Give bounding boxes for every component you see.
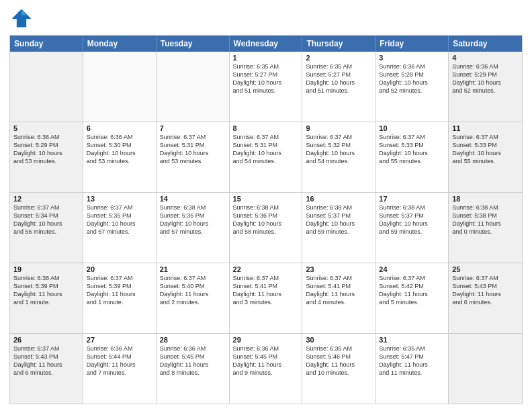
day-info: Sunrise: 6:38 AMSunset: 5:37 PMDaylight:… [306,203,371,236]
day-info: Sunrise: 6:37 AMSunset: 5:42 PMDaylight:… [379,274,445,307]
day-info: Sunrise: 6:35 AMSunset: 5:46 PMDaylight:… [306,345,371,377]
day-info: Sunrise: 6:37 AMSunset: 5:40 PMDaylight:… [160,274,226,307]
day-number: 17 [379,195,445,203]
day-cell-9: 9Sunrise: 6:37 AMSunset: 5:32 PMDaylight… [302,122,375,192]
day-cell-16: 16Sunrise: 6:38 AMSunset: 5:37 PMDayligh… [302,193,375,263]
day-info: Sunrise: 6:36 AMSunset: 5:45 PMDaylight:… [160,345,226,377]
week-row-3: 12Sunrise: 6:37 AMSunset: 5:34 PMDayligh… [10,192,522,263]
day-cell-28: 28Sunrise: 6:36 AMSunset: 5:45 PMDayligh… [157,334,230,404]
day-cell-empty-4-6 [449,334,522,404]
day-number: 16 [306,195,371,203]
day-cell-20: 20Sunrise: 6:37 AMSunset: 5:39 PMDayligh… [83,263,157,333]
day-number: 22 [233,265,299,273]
day-number: 29 [233,336,299,344]
day-cell-15: 15Sunrise: 6:38 AMSunset: 5:36 PMDayligh… [230,193,303,263]
day-number: 20 [87,265,152,273]
day-info: Sunrise: 6:37 AMSunset: 5:31 PMDaylight:… [160,133,226,166]
day-info: Sunrise: 6:38 AMSunset: 5:37 PMDaylight:… [379,203,445,236]
day-cell-empty-0-0 [10,52,83,122]
day-info: Sunrise: 6:36 AMSunset: 5:28 PMDaylight:… [379,62,445,95]
logo [9,7,36,31]
header-cell-monday: Monday [83,36,157,52]
week-row-2: 5Sunrise: 6:36 AMSunset: 5:29 PMDaylight… [10,122,522,192]
day-cell-24: 24Sunrise: 6:37 AMSunset: 5:42 PMDayligh… [375,263,449,333]
day-number: 4 [452,54,519,62]
day-number: 14 [160,195,226,203]
day-cell-11: 11Sunrise: 6:37 AMSunset: 5:33 PMDayligh… [449,122,522,192]
logo-icon [9,7,34,31]
day-cell-3: 3Sunrise: 6:36 AMSunset: 5:28 PMDaylight… [375,52,449,122]
day-info: Sunrise: 6:37 AMSunset: 5:34 PMDaylight:… [13,203,79,236]
day-cell-29: 29Sunrise: 6:36 AMSunset: 5:45 PMDayligh… [230,334,303,404]
day-number: 15 [233,195,299,203]
day-cell-27: 27Sunrise: 6:36 AMSunset: 5:44 PMDayligh… [83,334,157,404]
day-number: 24 [379,265,445,273]
day-info: Sunrise: 6:35 AMSunset: 5:27 PMDaylight:… [233,62,299,95]
week-row-5: 26Sunrise: 6:37 AMSunset: 5:43 PMDayligh… [10,333,522,404]
day-info: Sunrise: 6:37 AMSunset: 5:41 PMDaylight:… [306,274,371,307]
day-number: 11 [452,124,519,132]
header-cell-wednesday: Wednesday [230,36,303,52]
day-info: Sunrise: 6:38 AMSunset: 5:38 PMDaylight:… [452,203,519,236]
day-info: Sunrise: 6:37 AMSunset: 5:43 PMDaylight:… [13,345,79,377]
day-number: 19 [13,265,79,273]
day-cell-6: 6Sunrise: 6:36 AMSunset: 5:30 PMDaylight… [83,122,157,192]
day-info: Sunrise: 6:38 AMSunset: 5:39 PMDaylight:… [13,274,79,307]
day-cell-2: 2Sunrise: 6:35 AMSunset: 5:27 PMDaylight… [302,52,375,122]
day-number: 5 [13,124,79,132]
day-cell-25: 25Sunrise: 6:37 AMSunset: 5:43 PMDayligh… [449,263,522,333]
day-info: Sunrise: 6:36 AMSunset: 5:29 PMDaylight:… [452,62,519,95]
day-cell-13: 13Sunrise: 6:37 AMSunset: 5:35 PMDayligh… [83,193,157,263]
day-cell-23: 23Sunrise: 6:37 AMSunset: 5:41 PMDayligh… [302,263,375,333]
day-number: 1 [233,54,299,62]
day-cell-17: 17Sunrise: 6:38 AMSunset: 5:37 PMDayligh… [375,193,449,263]
day-number: 31 [379,336,445,344]
calendar: SundayMondayTuesdayWednesdayThursdayFrid… [9,35,523,404]
day-info: Sunrise: 6:37 AMSunset: 5:33 PMDaylight:… [452,133,519,166]
week-row-4: 19Sunrise: 6:38 AMSunset: 5:39 PMDayligh… [10,263,522,333]
day-number: 8 [233,124,299,132]
day-cell-26: 26Sunrise: 6:37 AMSunset: 5:43 PMDayligh… [10,334,83,404]
day-number: 7 [160,124,226,132]
day-info: Sunrise: 6:37 AMSunset: 5:31 PMDaylight:… [233,133,299,166]
day-cell-12: 12Sunrise: 6:37 AMSunset: 5:34 PMDayligh… [10,193,83,263]
header-cell-saturday: Saturday [449,36,522,52]
day-cell-8: 8Sunrise: 6:37 AMSunset: 5:31 PMDaylight… [230,122,303,192]
header-cell-thursday: Thursday [302,36,375,52]
day-number: 18 [452,195,519,203]
day-number: 10 [379,124,445,132]
day-number: 2 [306,54,371,62]
day-info: Sunrise: 6:36 AMSunset: 5:44 PMDaylight:… [87,345,152,377]
day-cell-31: 31Sunrise: 6:35 AMSunset: 5:47 PMDayligh… [375,334,449,404]
day-info: Sunrise: 6:36 AMSunset: 5:45 PMDaylight:… [233,345,299,377]
day-number: 3 [379,54,445,62]
day-cell-18: 18Sunrise: 6:38 AMSunset: 5:38 PMDayligh… [449,193,522,263]
day-number: 28 [160,336,226,344]
day-cell-10: 10Sunrise: 6:37 AMSunset: 5:33 PMDayligh… [375,122,449,192]
day-number: 26 [13,336,79,344]
header-cell-tuesday: Tuesday [157,36,230,52]
day-info: Sunrise: 6:37 AMSunset: 5:32 PMDaylight:… [306,133,371,166]
day-cell-21: 21Sunrise: 6:37 AMSunset: 5:40 PMDayligh… [157,263,230,333]
day-cell-22: 22Sunrise: 6:37 AMSunset: 5:41 PMDayligh… [230,263,303,333]
day-info: Sunrise: 6:36 AMSunset: 5:29 PMDaylight:… [13,133,79,166]
calendar-header-row: SundayMondayTuesdayWednesdayThursdayFrid… [10,36,522,52]
day-number: 27 [87,336,152,344]
day-number: 6 [87,124,152,132]
day-cell-5: 5Sunrise: 6:36 AMSunset: 5:29 PMDaylight… [10,122,83,192]
day-number: 25 [452,265,519,273]
header-cell-sunday: Sunday [10,36,83,52]
day-cell-30: 30Sunrise: 6:35 AMSunset: 5:46 PMDayligh… [302,334,375,404]
calendar-body: 1Sunrise: 6:35 AMSunset: 5:27 PMDaylight… [10,52,522,404]
day-info: Sunrise: 6:38 AMSunset: 5:36 PMDaylight:… [233,203,299,236]
page: SundayMondayTuesdayWednesdayThursdayFrid… [0,0,532,411]
day-info: Sunrise: 6:37 AMSunset: 5:39 PMDaylight:… [87,274,152,307]
header-cell-friday: Friday [375,36,449,52]
day-info: Sunrise: 6:37 AMSunset: 5:43 PMDaylight:… [452,274,519,307]
day-info: Sunrise: 6:37 AMSunset: 5:33 PMDaylight:… [379,133,445,166]
day-cell-14: 14Sunrise: 6:38 AMSunset: 5:35 PMDayligh… [157,193,230,263]
header [9,7,523,31]
day-info: Sunrise: 6:36 AMSunset: 5:30 PMDaylight:… [87,133,152,166]
day-number: 12 [13,195,79,203]
day-number: 23 [306,265,371,273]
